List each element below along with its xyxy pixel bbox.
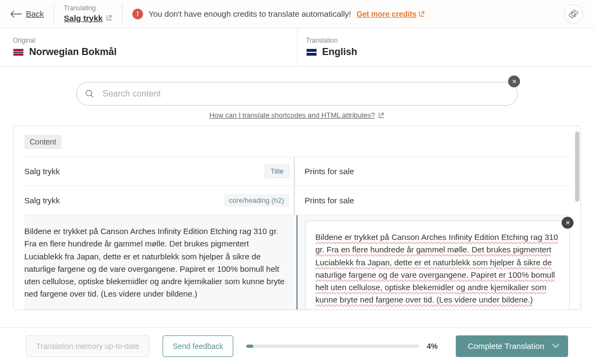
complete-translation-button[interactable]: Complete Translation	[456, 335, 568, 357]
settings-button[interactable]	[564, 4, 583, 24]
row-original-text: Salg trykk	[24, 167, 60, 176]
help-link-text: How can I translate shortcodes and HTML …	[210, 111, 375, 119]
back-button[interactable]: Back	[11, 9, 44, 18]
scrollbar[interactable]	[575, 132, 579, 202]
translating-title-text: Salg trykk	[64, 13, 103, 24]
content-panel: Content Salg trykk Title Prints for sale…	[13, 126, 581, 310]
search-wrap: ✕	[76, 82, 518, 106]
row-translation-text: Prints for sale	[305, 196, 354, 205]
close-icon: ✕	[512, 78, 517, 85]
send-feedback-button[interactable]: Send feedback	[163, 335, 233, 357]
translation-editor-text: Bildene er trykket på Canson Arches Infi…	[315, 232, 558, 304]
original-language-name: Norwegian Bokmål	[29, 46, 117, 58]
original-language-col: Original Norwegian Bokmål	[13, 28, 298, 66]
field-type-badge: core/heading (h2)	[224, 194, 289, 207]
content-body: Content Salg trykk Title Prints for sale…	[14, 126, 580, 310]
back-arrow-icon	[11, 11, 22, 17]
row-original-paragraph: Bildene er trykket på Canson Arches Infi…	[24, 225, 289, 300]
translation-memory-status: Translation memory up-to-date	[26, 335, 150, 357]
top-bar: Back Translating Salg trykk ! You don't …	[0, 0, 594, 28]
row-original: Salg trykk core/heading (h2)	[24, 186, 294, 215]
divider	[122, 5, 123, 23]
translation-row-active: Bildene er trykket på Canson Arches Infi…	[24, 215, 570, 310]
row-original: Bildene er trykket på Canson Arches Infi…	[24, 215, 296, 310]
translation-editor[interactable]: ✕ Bildene er trykket på Canson Arches In…	[305, 221, 570, 310]
progress-percent: 4%	[427, 342, 443, 351]
progress-track	[246, 345, 419, 348]
row-original-text: Salg trykk	[24, 196, 60, 205]
search-area: ✕ How can I translate shortcodes and HTM…	[0, 67, 594, 126]
close-icon: ✕	[565, 219, 570, 226]
language-row: Original Norwegian Bokmål Translation En…	[0, 28, 594, 67]
shortcodes-help-link[interactable]: How can I translate shortcodes and HTML …	[210, 111, 385, 119]
translation-language-col: Translation English	[298, 28, 582, 66]
translation-row[interactable]: Salg trykk Title Prints for sale	[24, 156, 570, 186]
svg-point-0	[86, 90, 92, 96]
close-editor-button[interactable]: ✕	[562, 217, 573, 229]
content-panel-wrap: Content Salg trykk Title Prints for sale…	[0, 126, 594, 310]
translation-label: Translation	[306, 37, 582, 44]
svg-line-1	[91, 95, 93, 98]
original-label: Original	[13, 37, 288, 44]
search-input[interactable]	[76, 82, 518, 106]
feedback-label: Send feedback	[173, 342, 223, 351]
chevron-down-icon	[552, 344, 559, 349]
row-translation: Prints for sale	[294, 186, 570, 215]
external-link-icon	[378, 112, 384, 119]
row-translation-editor-wrap: ✕ Bildene er trykket på Canson Arches In…	[296, 215, 570, 310]
translation-language-name: English	[322, 46, 357, 58]
get-credits-link[interactable]: Get more credits	[356, 10, 425, 18]
clear-search-button[interactable]: ✕	[508, 75, 520, 87]
back-label: Back	[26, 9, 44, 18]
field-type-badge: Title	[265, 164, 289, 178]
row-translation: Prints for sale	[294, 157, 570, 186]
row-translation-text: Prints for sale	[305, 167, 354, 176]
content-tab[interactable]: Content	[24, 135, 62, 149]
memory-status-text: Translation memory up-to-date	[36, 342, 139, 351]
translating-info: Translating Salg trykk	[64, 4, 112, 23]
warning-icon: !	[132, 9, 143, 19]
bottom-bar: Translation memory up-to-date Send feedb…	[0, 327, 594, 364]
credits-warning: ! You don't have enough credits to trans…	[132, 9, 554, 19]
credits-link-text: Get more credits	[356, 10, 416, 18]
complete-label: Complete Translation	[468, 341, 544, 351]
translating-title-link[interactable]: Salg trykk	[64, 13, 112, 24]
search-icon	[85, 89, 94, 99]
external-link-icon	[418, 11, 425, 17]
external-link-icon	[106, 15, 112, 21]
progress-fill	[246, 345, 253, 348]
warning-text: You don't have enough credits to transla…	[148, 9, 351, 18]
progress-wrap: 4%	[246, 342, 443, 351]
gear-icon	[569, 9, 578, 19]
flag-norway-icon	[13, 49, 24, 56]
divider	[53, 5, 54, 23]
flag-uk-icon	[306, 49, 317, 56]
translation-row[interactable]: Salg trykk core/heading (h2) Prints for …	[24, 186, 570, 215]
translating-label: Translating	[64, 4, 112, 13]
row-original: Salg trykk Title	[24, 157, 294, 186]
